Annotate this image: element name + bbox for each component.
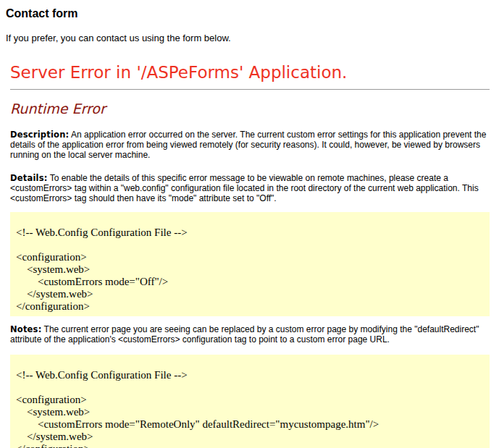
notes-label: Notes: [10,324,41,334]
details-label: Details: [10,173,48,183]
heading-divider [10,89,490,90]
description-text: An application error occurred on the ser… [10,130,486,160]
intro-text: If you prefer, you can contact us using … [6,33,493,43]
description-paragraph: Description: An application error occurr… [10,130,490,160]
description-label: Description: [10,130,69,140]
details-text: To enable the details of this specific e… [10,173,479,203]
contact-form-section: Contact form If you prefer, you can cont… [6,7,493,43]
notes-paragraph: Notes: The current error page you are se… [10,324,490,345]
page-title: Contact form [6,7,493,20]
server-error-heading: Server Error in '/ASPeForms' Application… [10,62,490,83]
aspnet-error-page: Server Error in '/ASPeForms' Application… [10,62,490,448]
webconfig-code-block-remoteonly: <!-- Web.Config Configuration File --> <… [10,355,490,448]
runtime-error-subheading: Runtime Error [10,101,490,117]
notes-text: The current error page you are seeing ca… [10,324,479,345]
details-paragraph: Details: To enable the details of this s… [10,173,490,203]
webconfig-code-block-off: <!-- Web.Config Configuration File --> <… [10,212,490,316]
webconfig-code-remoteonly: <!-- Web.Config Configuration File --> <… [16,357,484,448]
webconfig-code-off: <!-- Web.Config Configuration File --> <… [16,214,484,313]
